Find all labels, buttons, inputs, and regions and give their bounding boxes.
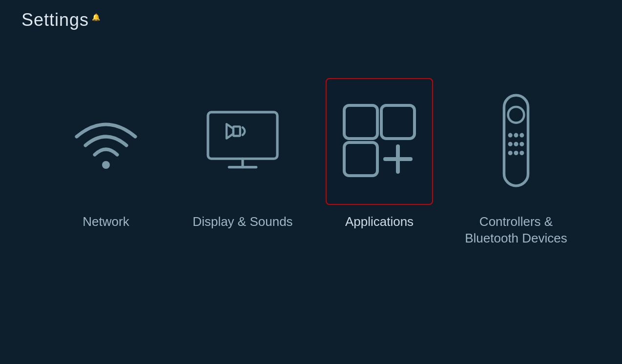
settings-item-display-sounds[interactable]: Display & Sounds bbox=[189, 78, 296, 230]
applications-icon bbox=[335, 97, 423, 186]
notification-icon: 🔔 bbox=[92, 13, 101, 22]
controllers-label: Controllers &Bluetooth Devices bbox=[465, 214, 567, 247]
svg-rect-10 bbox=[504, 95, 528, 185]
svg-point-12 bbox=[508, 133, 513, 138]
remote-icon bbox=[494, 92, 538, 191]
page-title: Settings🔔 bbox=[21, 10, 101, 30]
settings-grid: Network bbox=[0, 78, 622, 247]
svg-rect-6 bbox=[381, 105, 415, 139]
svg-point-20 bbox=[519, 151, 524, 155]
svg-point-16 bbox=[514, 142, 518, 146]
svg-point-15 bbox=[508, 142, 513, 146]
svg-point-14 bbox=[519, 133, 524, 138]
wifi-icon bbox=[67, 102, 145, 181]
svg-point-11 bbox=[508, 107, 524, 123]
svg-point-18 bbox=[508, 151, 513, 155]
svg-rect-7 bbox=[344, 142, 377, 176]
network-icon-wrapper bbox=[52, 78, 160, 205]
display-sounds-label: Display & Sounds bbox=[192, 214, 292, 230]
svg-rect-5 bbox=[344, 105, 377, 139]
settings-item-network[interactable]: Network bbox=[52, 78, 160, 230]
controllers-icon-wrapper bbox=[462, 78, 570, 205]
svg-point-19 bbox=[514, 151, 518, 155]
svg-point-0 bbox=[102, 161, 110, 169]
svg-point-13 bbox=[514, 133, 518, 138]
network-label: Network bbox=[83, 214, 129, 230]
display-sounds-icon bbox=[204, 109, 282, 174]
applications-icon-wrapper bbox=[326, 78, 433, 205]
settings-item-applications[interactable]: Applications bbox=[326, 78, 433, 230]
applications-label: Applications bbox=[345, 214, 414, 230]
display-icon-wrapper bbox=[189, 78, 296, 205]
settings-item-controllers[interactable]: Controllers &Bluetooth Devices bbox=[462, 78, 570, 247]
svg-point-17 bbox=[519, 142, 524, 146]
